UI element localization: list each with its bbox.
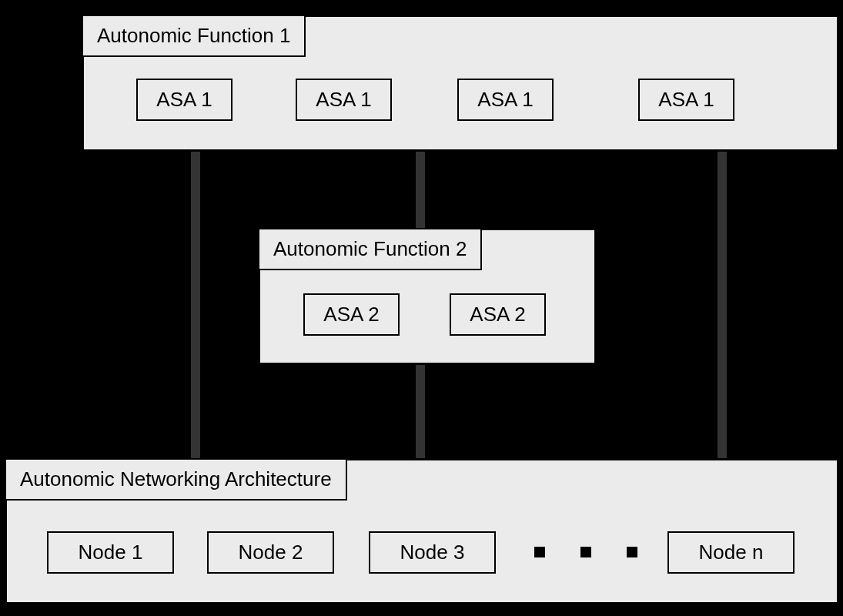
cell-label: ASA 1 [658, 88, 714, 112]
cell-label: Node 2 [239, 541, 303, 564]
cell-label: Node 1 [79, 541, 143, 564]
panel-architecture: Autonomic Networking Architecture Node 1… [5, 458, 839, 604]
cell-label: ASA 2 [470, 303, 525, 326]
ellipsis-dot [627, 547, 637, 557]
panel-autonomic-function-1: Autonomic Function 1 ASA 1 ASA 1 ASA 1 A… [82, 15, 839, 152]
panel-autonomic-function-2: Autonomic Function 2 ASA 2 ASA 2 [258, 228, 597, 365]
title-autonomic-function-2: Autonomic Function 2 [258, 228, 482, 270]
cell-label: ASA 1 [156, 88, 212, 112]
title-architecture: Autonomic Networking Architecture [5, 458, 347, 500]
cell-asa2-1: ASA 2 [303, 293, 400, 336]
title-autonomic-function-1: Autonomic Function 1 [82, 15, 306, 57]
title-label: Autonomic Function 2 [273, 237, 467, 260]
title-label: Autonomic Networking Architecture [20, 467, 332, 490]
cell-label: ASA 1 [316, 88, 371, 112]
ellipsis-dot [534, 547, 545, 557]
cell-label: ASA 2 [323, 303, 379, 326]
cell-node-3: Node 3 [369, 531, 496, 574]
connector-right [718, 146, 727, 470]
cell-label: Node n [699, 541, 764, 564]
connector-left [191, 146, 200, 470]
cell-asa1-4: ASA 1 [638, 79, 734, 121]
cell-asa1-2: ASA 1 [296, 79, 392, 121]
cell-asa1-1: ASA 1 [136, 79, 232, 121]
cell-node-1: Node 1 [47, 531, 174, 574]
cell-node-2: Node 2 [207, 531, 334, 574]
cell-label: ASA 1 [477, 88, 533, 112]
cell-label: Node 3 [400, 541, 465, 564]
cell-asa2-2: ASA 2 [450, 293, 546, 336]
cell-asa1-3: ASA 1 [457, 79, 554, 121]
title-label: Autonomic Function 1 [97, 24, 290, 47]
cell-node-n: Node n [667, 531, 794, 574]
ellipsis-dot [580, 547, 591, 557]
